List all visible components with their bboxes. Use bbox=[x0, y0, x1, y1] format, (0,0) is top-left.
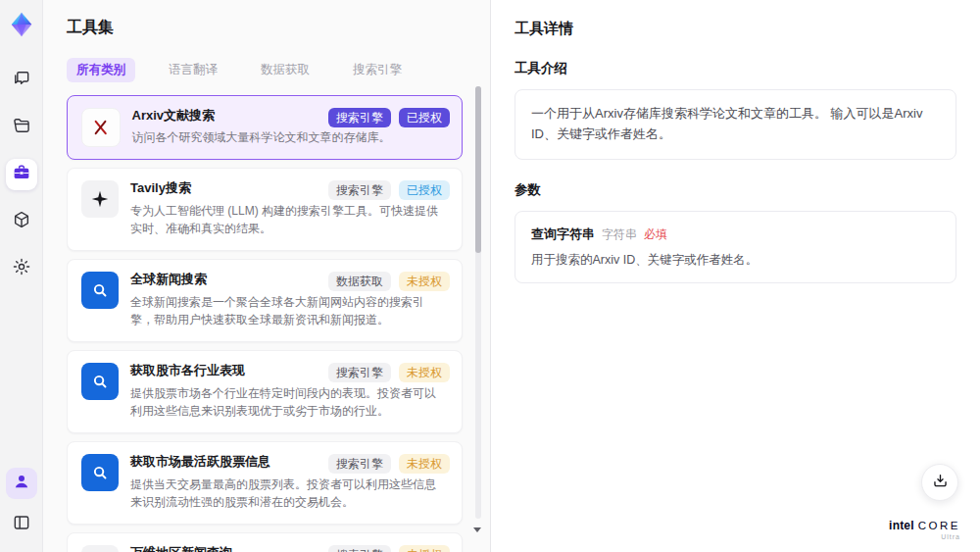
category-tabs: 所有类别 语言翻译 数据获取 搜索引擎 bbox=[67, 58, 490, 82]
sidebar-item-panel[interactable] bbox=[6, 509, 37, 540]
tool-auth-badge: 未授权 bbox=[399, 454, 450, 474]
tool-description: 提供股票市场各个行业在特定时间段内的表现。投资者可以利用这些信息来识别表现优于或… bbox=[130, 384, 450, 420]
sidebar-item-folder[interactable] bbox=[6, 112, 37, 143]
sparkle-icon bbox=[81, 180, 119, 218]
blue-search-icon bbox=[81, 363, 119, 400]
tab[interactable]: 搜索引擎 bbox=[343, 58, 412, 82]
sidebar-bottom bbox=[6, 468, 37, 540]
tool-name: Tavily搜索 bbox=[130, 180, 281, 197]
tool-auth-badge: 未授权 bbox=[399, 272, 450, 291]
param-required-badge: 必填 bbox=[644, 226, 667, 243]
tab-label: 数据获取 bbox=[261, 63, 310, 76]
param-name: 查询字符串 bbox=[531, 226, 595, 243]
tab[interactable]: 数据获取 bbox=[251, 58, 319, 82]
param-type: 字符串 bbox=[602, 226, 637, 243]
tool-category-badge: 搜索引擎 bbox=[328, 454, 391, 474]
tool-card[interactable]: Arxiv文献搜索 访问各个研究领域大量科学论文和文章的存储库。 搜索引擎 已授… bbox=[67, 95, 463, 160]
tool-category-badge: 搜索引擎 bbox=[328, 363, 391, 382]
sidebar bbox=[0, 0, 43, 552]
chat-icon bbox=[12, 69, 31, 92]
arxiv-icon bbox=[81, 108, 121, 147]
tool-name: 万维地区新闻查询 bbox=[130, 545, 281, 552]
tool-category-badge: 数据获取 bbox=[328, 272, 391, 291]
parameter-item: 查询字符串 字符串 必填 用于搜索的Arxiv ID、关键字或作者姓名。 bbox=[531, 226, 940, 270]
tool-cards: Arxiv文献搜索 访问各个研究领域大量科学论文和文章的存储库。 搜索引擎 已授… bbox=[67, 95, 490, 552]
newspaper-blue-icon bbox=[81, 454, 119, 491]
intro-text: 一个用于从Arxiv存储库搜索科学论文和文章的工具。 输入可以是Arxiv ID… bbox=[531, 104, 940, 145]
brand-core: CORE bbox=[918, 520, 960, 531]
tool-name: Arxiv文献搜索 bbox=[132, 108, 282, 125]
tool-category-badge: 搜索引擎 bbox=[328, 545, 391, 552]
sidebar-item-toolbox[interactable] bbox=[6, 159, 37, 190]
params-heading: 参数 bbox=[514, 181, 956, 199]
tab-label: 所有类别 bbox=[76, 63, 125, 76]
user-icon bbox=[12, 472, 31, 495]
sidebar-item-user[interactable] bbox=[6, 468, 37, 499]
app: 工具集 所有类别 语言翻译 数据获取 搜索引擎 Arxiv文献搜索 访问各个研究… bbox=[0, 0, 980, 552]
sidebar-item-gear[interactable] bbox=[6, 253, 37, 284]
tool-card[interactable]: 万维地区新闻查询 查询具体行政区划内的新闻，快速了解各地新闻动 搜索引擎 未授权 bbox=[67, 532, 463, 552]
tool-card[interactable]: 全球新闻搜索 全球新闻搜索是一个聚合全球各大新闻网站内容的搜索引擎，帮助用户快速… bbox=[67, 259, 463, 342]
toolbox-icon bbox=[12, 163, 31, 186]
tool-detail-panel: 工具详情 工具介绍 一个用于从Arxiv存储库搜索科学论文和文章的工具。 输入可… bbox=[490, 0, 980, 552]
sidebar-item-chat[interactable] bbox=[6, 65, 37, 96]
intro-box: 一个用于从Arxiv存储库搜索科学论文和文章的工具。 输入可以是Arxiv ID… bbox=[514, 89, 956, 160]
list-scrollbar[interactable] bbox=[475, 86, 481, 519]
tool-category-badge: 搜索引擎 bbox=[328, 108, 391, 127]
download-icon bbox=[931, 472, 950, 493]
newspaper-icon bbox=[81, 545, 119, 552]
sidebar-nav bbox=[6, 65, 37, 284]
tool-name: 获取股市各行业表现 bbox=[130, 363, 281, 379]
tool-category-badge: 搜索引擎 bbox=[328, 180, 391, 200]
params-box: 查询字符串 字符串 必填 用于搜索的Arxiv ID、关键字或作者姓名。 bbox=[514, 211, 956, 284]
scrollbar-thumb[interactable] bbox=[475, 86, 481, 253]
cube-icon bbox=[12, 210, 31, 233]
tab[interactable]: 所有类别 bbox=[67, 58, 135, 82]
tool-card[interactable]: 获取股市各行业表现 提供股票市场各个行业在特定时间段内的表现。投资者可以利用这些… bbox=[67, 350, 463, 433]
tool-description: 专为人工智能代理 (LLM) 构建的搜索引擎工具。可快速提供实时、准确和真实的结… bbox=[130, 202, 450, 237]
tool-auth-badge: 已授权 bbox=[399, 180, 450, 200]
app-logo-icon[interactable] bbox=[7, 10, 36, 39]
tool-card[interactable]: 获取市场最活跃股票信息 提供当天交易量最高的股票列表。投资者可以利用这些信息来识… bbox=[67, 441, 463, 525]
tool-auth-badge: 已授权 bbox=[399, 108, 450, 127]
brand-tier: Ultra bbox=[889, 533, 960, 540]
intro-heading: 工具介绍 bbox=[514, 60, 956, 77]
blue-search-icon bbox=[81, 272, 119, 309]
tool-description: 全球新闻搜索是一个聚合全球各大新闻网站内容的搜索引擎，帮助用户快速获取全球最新资… bbox=[130, 293, 450, 328]
tab-label: 搜索引擎 bbox=[353, 63, 402, 76]
tool-description: 提供当天交易量最高的股票列表。投资者可以利用这些信息来识别流动性强的股票和潜在的… bbox=[130, 476, 450, 511]
param-description: 用于搜索的Arxiv ID、关键字或作者姓名。 bbox=[531, 251, 940, 270]
tab-label: 语言翻译 bbox=[169, 63, 218, 76]
tool-auth-badge: 未授权 bbox=[399, 363, 450, 382]
intel-core-logo: intel CORE Ultra bbox=[889, 519, 960, 540]
tool-list-panel: 工具集 所有类别 语言翻译 数据获取 搜索引擎 Arxiv文献搜索 访问各个研究… bbox=[43, 0, 490, 552]
scroll-down-caret[interactable] bbox=[473, 527, 481, 532]
tool-name: 全球新闻搜索 bbox=[130, 272, 281, 288]
panel-icon bbox=[12, 513, 31, 536]
detail-title: 工具详情 bbox=[514, 20, 956, 38]
sidebar-item-cube[interactable] bbox=[6, 206, 37, 237]
brand-intel: intel bbox=[889, 519, 914, 532]
download-button[interactable] bbox=[921, 464, 958, 501]
tool-name: 获取市场最活跃股票信息 bbox=[130, 454, 281, 471]
folder-icon bbox=[12, 116, 31, 139]
tool-auth-badge: 未授权 bbox=[399, 545, 450, 552]
tool-description: 访问各个研究领域大量科学论文和文章的存储库。 bbox=[132, 128, 451, 146]
tab[interactable]: 语言翻译 bbox=[159, 58, 227, 82]
gear-icon bbox=[12, 257, 31, 280]
tool-card[interactable]: Tavily搜索 专为人工智能代理 (LLM) 构建的搜索引擎工具。可快速提供实… bbox=[67, 168, 463, 251]
page-title: 工具集 bbox=[67, 18, 490, 38]
